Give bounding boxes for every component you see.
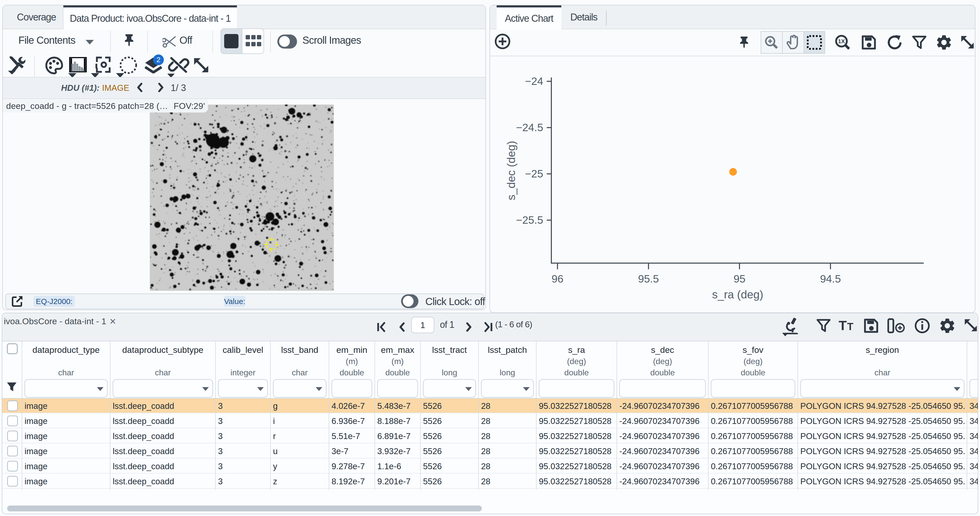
svg-text:−24.5: −24.5 (516, 121, 543, 134)
svg-text:−25.5: −25.5 (516, 214, 543, 226)
svg-text:95.5: 95.5 (638, 273, 659, 285)
svg-text:95: 95 (733, 273, 746, 285)
svg-text:s_ra (deg): s_ra (deg) (712, 288, 764, 301)
svg-text:96: 96 (552, 273, 564, 285)
svg-text:T: T (838, 318, 847, 333)
svg-text:94.5: 94.5 (820, 273, 841, 285)
svg-text:−24: −24 (525, 75, 543, 87)
svg-text:−25: −25 (525, 168, 543, 180)
svg-text:1X: 1X (838, 38, 845, 45)
svg-text:s_dec (deg): s_dec (deg) (505, 141, 517, 200)
svg-text:T: T (847, 321, 853, 332)
